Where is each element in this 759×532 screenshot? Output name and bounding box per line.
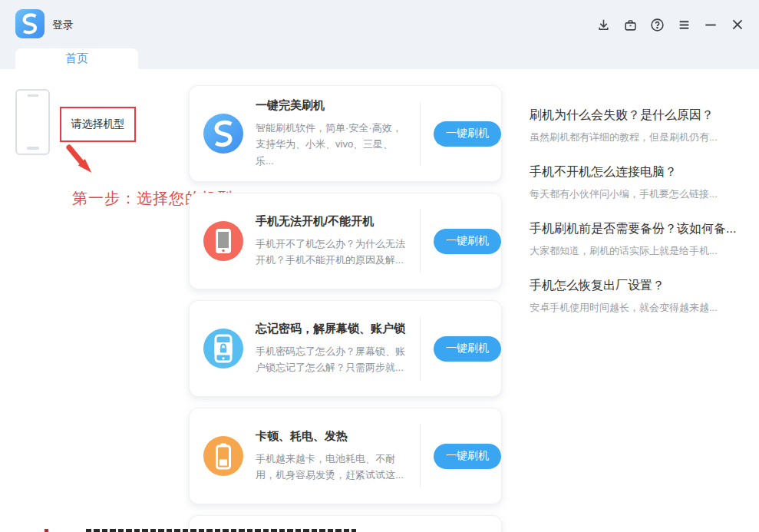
title-bar: 登录 bbox=[0, 0, 759, 48]
card-text-block: 手机无法开机/不能开机 手机开不了机怎么办？为什么无法开机？手机不能开机的原因及… bbox=[256, 214, 411, 269]
news-title[interactable]: 手机刷机前是否需要备份？该如何备... bbox=[530, 221, 751, 237]
news-title[interactable]: 手机不开机怎么连接电脑？ bbox=[530, 164, 751, 180]
news-item[interactable]: 刷机为什么会失败？是什么原因？ 虽然刷机都有详细的教程，但是刷机仍有... bbox=[530, 107, 751, 144]
one-key-flash-button[interactable]: 一键刷机 bbox=[434, 444, 501, 469]
card-divider bbox=[420, 316, 421, 381]
card-description: 手机开不了机怎么办？为什么无法开机？手机不能开机的原因及解... bbox=[256, 236, 411, 269]
card-title: 忘记密码，解屏幕锁、账户锁 bbox=[256, 322, 411, 336]
card-title: 手机无法开机/不能开机 bbox=[256, 214, 411, 229]
brand-s-logo-icon bbox=[203, 114, 243, 154]
feature-card-lag-battery-heat[interactable]: 卡顿、耗电、发热 手机越来越卡，电池耗电、不耐用，机身容易发烫，赶紧试试这...… bbox=[189, 408, 502, 504]
close-button[interactable] bbox=[730, 17, 745, 32]
download-icon[interactable] bbox=[596, 17, 611, 32]
cutoff-content-strip bbox=[86, 529, 356, 532]
news-description: 虽然刷机都有详细的教程，但是刷机仍有... bbox=[530, 131, 751, 144]
card-divider bbox=[420, 209, 421, 273]
one-key-flash-button[interactable]: 一键刷机 bbox=[434, 336, 501, 362]
cutoff-red-mark bbox=[45, 529, 48, 532]
minimize-button[interactable] bbox=[703, 17, 718, 32]
news-item[interactable]: 手机怎么恢复出厂设置？ 安卓手机使用时间越长，就会变得越来越... bbox=[530, 278, 751, 315]
phone-lock-icon bbox=[203, 329, 243, 368]
news-item[interactable]: 手机不开机怎么连接电脑？ 每天都有小伙伴问小编，手机要怎么链接... bbox=[530, 164, 751, 201]
phone-power-off-icon bbox=[203, 221, 243, 261]
tab-home[interactable]: 首页 bbox=[15, 48, 138, 69]
news-item[interactable]: 手机刷机前是否需要备份？该如何备... 大家都知道，刷机的话实际上就是给手机..… bbox=[530, 221, 751, 258]
phone-speaker bbox=[27, 94, 38, 97]
phone-placeholder-illustration bbox=[15, 89, 50, 155]
news-description: 安卓手机使用时间越长，就会变得越来越... bbox=[530, 301, 751, 315]
card-text-block: 一键完美刷机 智能刷机软件，简单·安全·高效，支持华为、小米、vivo、三星、乐… bbox=[256, 98, 411, 169]
login-link[interactable]: 登录 bbox=[52, 18, 74, 32]
select-model-button[interactable]: 请选择机型 bbox=[60, 107, 136, 142]
card-description: 手机越来越卡，电池耗电、不耐用，机身容易发烫，赶紧试试这... bbox=[256, 451, 411, 484]
card-divider bbox=[420, 424, 421, 488]
news-description: 每天都有小伙伴问小编，手机要怎么链接... bbox=[530, 187, 751, 201]
feature-card-perfect-flash[interactable]: 一键完美刷机 智能刷机软件，简单·安全·高效，支持华为、小米、vivo、三星、乐… bbox=[189, 85, 502, 182]
menu-icon[interactable] bbox=[676, 17, 691, 32]
help-icon[interactable] bbox=[649, 17, 665, 32]
annotation-arrow-icon bbox=[64, 144, 97, 181]
card-text-block: 忘记密码，解屏幕锁、账户锁 手机密码忘了怎么办？屏幕锁、账户锁忘记了怎么解？只需… bbox=[256, 322, 411, 376]
battery-icon bbox=[203, 436, 243, 476]
card-description: 手机密码忘了怎么办？屏幕锁、账户锁忘记了怎么解？只需两步就... bbox=[256, 343, 411, 376]
card-title: 卡顿、耗电、发热 bbox=[256, 429, 411, 444]
feature-card-unlock[interactable]: 忘记密码，解屏幕锁、账户锁 手机密码忘了怎么办？屏幕锁、账户锁忘记了怎么解？只需… bbox=[189, 300, 502, 397]
card-text-block: 卡顿、耗电、发热 手机越来越卡，电池耗电、不耐用，机身容易发烫，赶紧试试这... bbox=[256, 429, 411, 484]
window-controls bbox=[596, 17, 745, 32]
one-key-flash-button[interactable]: 一键刷机 bbox=[434, 121, 501, 147]
card-title: 一键完美刷机 bbox=[256, 98, 411, 113]
feature-card-wont-boot[interactable]: 手机无法开机/不能开机 手机开不了机怎么办？为什么无法开机？手机不能开机的原因及… bbox=[189, 193, 502, 289]
one-key-flash-button[interactable]: 一键刷机 bbox=[434, 229, 501, 254]
news-title[interactable]: 刷机为什么会失败？是什么原因？ bbox=[530, 107, 751, 124]
s-glyph bbox=[15, 9, 45, 38]
news-title[interactable]: 手机怎么恢复出厂设置？ bbox=[530, 278, 751, 294]
news-list: 刷机为什么会失败？是什么原因？ 虽然刷机都有详细的教程，但是刷机仍有... 手机… bbox=[530, 107, 751, 335]
phone-home-button bbox=[27, 147, 39, 150]
app-window: 登录 首页 请选择机型 bbox=[0, 0, 759, 532]
news-description: 大家都知道，刷机的话实际上就是给手机... bbox=[530, 244, 751, 258]
toolbox-icon[interactable] bbox=[622, 17, 638, 32]
card-description: 智能刷机软件，简单·安全·高效，支持华为、小米、vivo、三星、乐... bbox=[256, 120, 411, 169]
app-logo-icon bbox=[15, 9, 45, 38]
card-divider bbox=[420, 101, 421, 166]
